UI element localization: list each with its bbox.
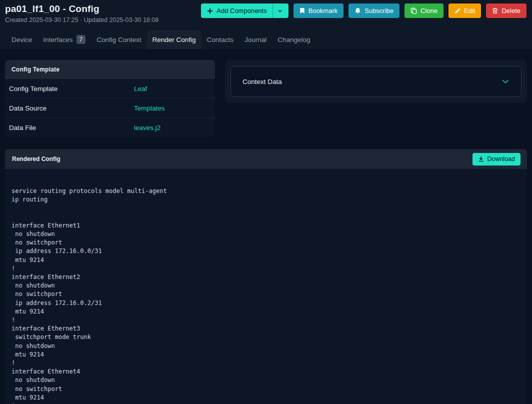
tab-contacts[interactable]: Contacts — [202, 30, 239, 49]
trash-icon — [492, 8, 498, 14]
pencil-icon — [454, 8, 460, 14]
attr-label-data-source: Data Source — [9, 104, 134, 112]
add-components-button[interactable]: Add Components — [201, 4, 288, 18]
download-icon — [478, 156, 484, 162]
action-buttons: Add Components Bookmark Subscribe Clone … — [201, 4, 526, 18]
rendered-config-card: Rendered Config Download service routing… — [5, 149, 527, 404]
clone-label: Clone — [420, 7, 438, 14]
edit-button[interactable]: Edit — [448, 4, 481, 18]
page-title: pa01_lf1_00 - Config — [5, 4, 158, 14]
bookmark-icon — [300, 8, 305, 14]
rendered-config-text: service routing protocols model multi-ag… — [5, 169, 527, 404]
title-block: pa01_lf1_00 - Config Created 2025-03-30 … — [5, 2, 158, 24]
config-template-card: Config Template Config Template Leaf Dat… — [5, 60, 215, 137]
edit-label: Edit — [464, 7, 475, 14]
tab-config-context[interactable]: Config Context — [91, 30, 146, 49]
tab-bar: Device Interfaces 7 Config Context Rende… — [0, 30, 532, 49]
add-components-label: Add Components — [216, 7, 266, 14]
rendered-config-title: Rendered Config — [12, 156, 60, 162]
data-file-link[interactable]: leaves.j2 — [134, 124, 160, 132]
table-row: Data File leaves.j2 — [5, 118, 215, 137]
context-data-title: Context Data — [242, 78, 282, 86]
context-data-accordion[interactable]: Context Data — [230, 66, 522, 97]
bookmark-label: Bookmark — [308, 7, 338, 14]
attr-label-data-file: Data File — [9, 124, 134, 132]
bookmark-button[interactable]: Bookmark — [294, 4, 344, 18]
attr-label-config-template: Config Template — [9, 85, 134, 92]
tab-changelog[interactable]: Changelog — [272, 30, 316, 49]
copy-icon — [410, 8, 417, 14]
created-updated-timestamps: Created 2025-03-30 17:25 · Updated 2025-… — [5, 16, 158, 24]
subscribe-button[interactable]: Subscribe — [348, 4, 400, 18]
download-button[interactable]: Download — [472, 153, 520, 166]
config-template-link[interactable]: Leaf — [134, 85, 147, 92]
bell-icon — [354, 8, 361, 14]
config-template-card-title: Config Template — [5, 60, 215, 79]
subscribe-label: Subscribe — [364, 7, 394, 14]
tab-interfaces[interactable]: Interfaces 7 — [38, 30, 91, 49]
page-content: Config Template Config Template Leaf Dat… — [0, 49, 532, 403]
tab-render-config[interactable]: Render Config — [147, 30, 202, 49]
chevron-down-icon — [500, 76, 511, 87]
delete-label: Delete — [502, 7, 520, 14]
clone-button[interactable]: Clone — [404, 4, 444, 18]
context-data-card: Context Data — [225, 60, 527, 103]
download-label: Download — [487, 156, 515, 162]
tab-journal[interactable]: Journal — [239, 30, 272, 49]
data-source-link[interactable]: Templates — [134, 104, 165, 112]
plus-icon — [207, 8, 213, 14]
button-divider — [272, 4, 273, 18]
delete-button[interactable]: Delete — [486, 4, 526, 18]
chevron-down-icon[interactable] — [278, 8, 282, 14]
table-row: Data Source Templates — [5, 98, 215, 118]
interfaces-count-badge: 7 — [76, 35, 86, 44]
rendered-config-header: Rendered Config Download — [5, 149, 527, 169]
tab-device[interactable]: Device — [6, 30, 38, 49]
table-row: Config Template Leaf — [5, 79, 215, 98]
page-header: pa01_lf1_00 - Config Created 2025-03-30 … — [0, 0, 532, 49]
